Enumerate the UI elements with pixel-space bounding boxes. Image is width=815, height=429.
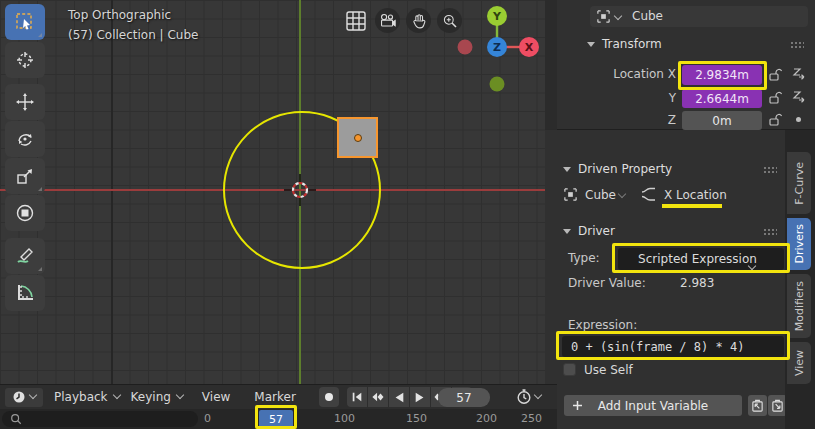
- panel-grip-icon[interactable]: [790, 41, 804, 48]
- auto-key-button[interactable]: [319, 387, 339, 407]
- tab-drivers[interactable]: Drivers: [787, 218, 811, 270]
- object-data-icon: [596, 9, 611, 24]
- current-frame-field[interactable]: 57: [438, 388, 490, 407]
- tool-options-indicator: [38, 267, 42, 271]
- grid-major-line: [111, 0, 113, 384]
- 3d-cursor: [283, 173, 317, 207]
- tab-view[interactable]: View: [787, 342, 811, 384]
- location-y-label: Y: [557, 91, 676, 105]
- copy-driver-button[interactable]: [748, 395, 767, 416]
- scale-icon: [15, 166, 35, 186]
- ruler-tick-200: 200: [476, 412, 497, 425]
- rotate-tool-button[interactable]: [5, 121, 45, 157]
- navigation-gizmo[interactable]: Y Z X: [450, 2, 545, 97]
- type-label: Type:: [568, 251, 600, 265]
- panel-grip-icon[interactable]: [763, 166, 777, 173]
- play-reverse-button[interactable]: [389, 387, 409, 407]
- add-input-variable-label: Add Input Variable: [598, 399, 709, 413]
- driver-panel-header[interactable]: Driver: [563, 224, 615, 238]
- prev-keyframe-button[interactable]: [368, 387, 388, 407]
- driven-property-name[interactable]: X Location: [664, 188, 727, 202]
- breadcrumb-object-name: Cube: [632, 9, 663, 23]
- grid-icon: [344, 9, 368, 33]
- location-z-label: Z: [557, 113, 676, 127]
- lock-z-icon[interactable]: [768, 112, 782, 127]
- add-input-variable-button[interactable]: Add Input Variable: [564, 395, 742, 416]
- drivers-sidebar-tabs: F-Curve Drivers Modifiers View: [785, 130, 815, 429]
- transform-tool-button[interactable]: [5, 195, 45, 231]
- lock-y-icon[interactable]: [768, 90, 782, 105]
- decorator-dot-z-icon[interactable]: [796, 117, 801, 122]
- object-data-icon: [563, 187, 578, 202]
- transform-panel-header[interactable]: Transform: [587, 37, 662, 51]
- timeline-header: Playback Keying View Marker: [0, 384, 557, 409]
- 3d-viewport[interactable]: Top Orthographic (57) Collection | Cube: [0, 0, 545, 384]
- transform-icon: [15, 203, 35, 223]
- driver-decorator-x-icon[interactable]: [791, 66, 806, 81]
- jump-start-icon: [351, 391, 363, 403]
- driven-property-title: Driven Property: [578, 162, 672, 176]
- stopwatch-icon: [516, 388, 532, 405]
- menu-keying[interactable]: Keying: [122, 390, 180, 404]
- ruler-tick-250: 250: [521, 412, 542, 425]
- ruler-tick-150: 150: [406, 412, 427, 425]
- tab-modifiers[interactable]: Modifiers: [787, 274, 811, 338]
- move-tool-button[interactable]: [5, 84, 45, 120]
- ruler-tick-0: 0: [204, 412, 211, 425]
- move-icon: [15, 92, 35, 112]
- scale-tool-button[interactable]: [5, 158, 45, 194]
- collapse-triangle-icon: [563, 167, 571, 172]
- driven-object-name[interactable]: Cube: [585, 188, 616, 202]
- driver-decorator-y-icon[interactable]: [791, 89, 806, 104]
- expression-input[interactable]: 0 + (sin(frame / 8) * 4): [562, 336, 784, 357]
- menu-playback[interactable]: Playback: [45, 390, 117, 404]
- paste-clipboard-icon: [771, 399, 784, 413]
- search-input[interactable]: [2, 411, 198, 427]
- select-box-icon: [15, 12, 35, 32]
- menu-view[interactable]: View: [193, 390, 239, 404]
- tab-fcurve[interactable]: F-Curve: [787, 152, 811, 214]
- driver-type-dropdown[interactable]: Scripted Expression: [618, 248, 784, 270]
- editor-type-button[interactable]: [5, 388, 43, 407]
- grid-overlay-button[interactable]: [344, 9, 368, 33]
- chevron-down-icon: [176, 392, 183, 399]
- tool-options-indicator: [38, 33, 42, 37]
- gizmo-neg-x-ball[interactable]: [458, 40, 473, 55]
- cube-origin-dot: [354, 134, 362, 142]
- gizmo-neg-y-ball[interactable]: [490, 77, 505, 92]
- lock-x-icon[interactable]: [768, 67, 782, 82]
- measure-tool-button[interactable]: [5, 275, 45, 311]
- panel-grip-icon[interactable]: [763, 228, 777, 235]
- use-self-checkbox[interactable]: [563, 363, 576, 376]
- collapse-triangle-icon: [563, 229, 571, 234]
- cursor-tool-button[interactable]: [5, 42, 45, 78]
- driver-value: 2.983: [680, 276, 714, 290]
- timeline-clock-icon: [12, 390, 26, 404]
- timeline-ruler[interactable]: 0 100 150 200 250 57: [0, 409, 557, 429]
- annotate-tool-button[interactable]: [5, 238, 45, 274]
- driver-value-label: Driver Value:: [568, 276, 646, 290]
- play-button[interactable]: [410, 387, 430, 407]
- chevron-down-icon: [113, 392, 120, 399]
- properties-breadcrumb[interactable]: Cube: [590, 6, 808, 27]
- chevron-down-icon: [748, 263, 755, 270]
- expression-label: Expression:: [568, 318, 637, 332]
- play-reverse-icon: [393, 391, 405, 404]
- camera-view-button[interactable]: [375, 8, 400, 33]
- hand-icon: [411, 13, 427, 29]
- current-frame-indicator[interactable]: 57: [259, 410, 293, 428]
- menu-marker[interactable]: Marker: [245, 390, 304, 404]
- select-tool-button[interactable]: [5, 4, 45, 40]
- driver-fcurve-icon: [640, 186, 657, 203]
- location-x-field[interactable]: 2.9834m: [682, 65, 762, 85]
- use-preview-range-button[interactable]: [516, 388, 541, 405]
- copy-clipboard-icon: [751, 399, 764, 413]
- location-y-field[interactable]: 2.6644m: [682, 89, 762, 108]
- ruler-tick-100: 100: [334, 412, 355, 425]
- jump-to-start-button[interactable]: [347, 387, 367, 407]
- collapse-triangle-icon: [587, 42, 595, 47]
- pan-view-button[interactable]: [406, 8, 431, 33]
- prev-keyframe-icon: [371, 391, 384, 403]
- location-z-field[interactable]: 0m: [682, 111, 762, 130]
- driven-property-header[interactable]: Driven Property: [563, 162, 672, 176]
